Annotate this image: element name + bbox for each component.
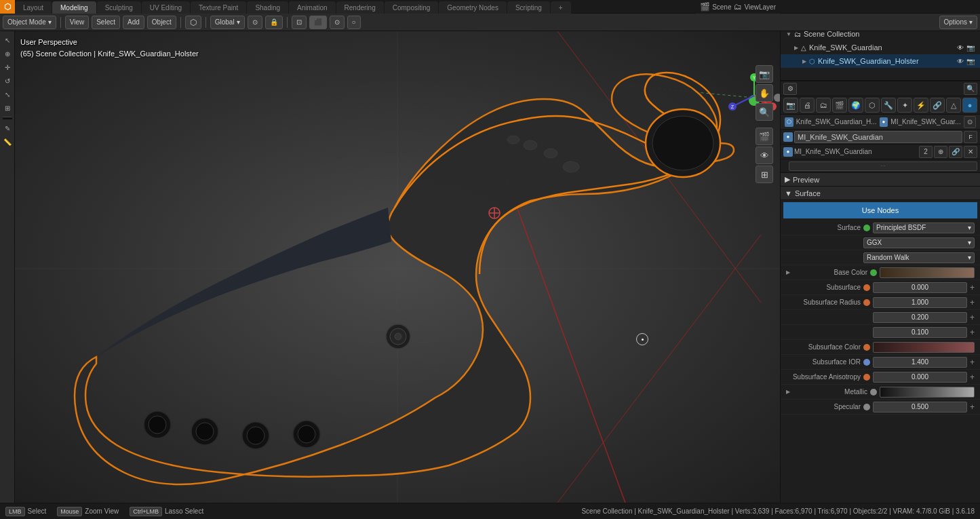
subsurface-radius-val-2[interactable]: 0.200 — [873, 312, 967, 323]
modifier-props-btn[interactable]: 🔧 — [881, 98, 896, 113]
subsurface-color-bar[interactable] — [873, 342, 975, 353]
tab-animation[interactable]: Animation — [289, 1, 335, 14]
viewport-camera-obj[interactable]: 🎬 — [756, 128, 773, 145]
object-menu[interactable]: Object — [147, 16, 176, 29]
subsurface-radius-val-3[interactable]: 0.100 — [873, 327, 967, 338]
particle-props-btn[interactable]: ✦ — [897, 98, 912, 113]
svg-point-16 — [149, 416, 166, 434]
view-layer-selector[interactable]: 🗂 ViewLayer — [734, 2, 776, 12]
svg-point-22 — [298, 425, 315, 443]
rotate-tool[interactable]: ↺ — [1, 75, 14, 87]
wireframe-btn[interactable]: ⊡ — [292, 16, 307, 29]
constraints-props-btn[interactable]: 🔗 — [930, 98, 945, 113]
solid-btn[interactable]: ⬛ — [309, 16, 327, 29]
surface-type-row: Surface Principled BSDF ▾ — [781, 220, 980, 235]
ggx-dropdown[interactable]: GGX ▾ — [863, 237, 975, 248]
preview-section-header[interactable]: ▶ Preview — [781, 173, 980, 187]
surface-section-header[interactable]: ▼ Surface — [781, 187, 980, 200]
tab-scripting[interactable]: Scripting — [507, 1, 550, 14]
outliner-knife-holster[interactable]: ▶ ⬡ Knife_SWK_Guardian_Holster 👁 📷 — [781, 54, 980, 68]
knife-holster-expand[interactable]: ▶ — [802, 58, 806, 64]
scene-selector[interactable]: 🎬 Scene — [700, 2, 731, 12]
tab-add[interactable]: + — [551, 1, 571, 14]
base-color-expand[interactable]: ▶ — [786, 269, 790, 275]
snap-btn[interactable]: 🔒 — [265, 16, 283, 29]
tab-texture-paint[interactable]: Texture Paint — [191, 1, 246, 14]
material-header-btn[interactable]: ⊙ — [964, 116, 976, 128]
blender-logo: ⬡ — [0, 0, 15, 14]
specular-plus: + — [970, 402, 975, 412]
slot-link-btn[interactable]: 🔗 — [949, 146, 962, 158]
knife-guardian-expand[interactable]: ▶ — [794, 45, 798, 51]
material-fake-user-btn[interactable]: F — [964, 131, 977, 143]
random-walk-dropdown[interactable]: Random Walk ▾ — [863, 252, 975, 263]
subsurface-anisotropy-value[interactable]: 0.000 — [873, 372, 967, 383]
subsurface-ior-value[interactable]: 1.400 — [873, 357, 967, 368]
tab-compositing[interactable]: Compositing — [385, 1, 439, 14]
tab-shading[interactable]: Shading — [247, 1, 288, 14]
prop-search-btn[interactable]: 🔍 — [964, 83, 977, 95]
global-dropdown[interactable]: Global ▾ — [210, 16, 245, 29]
surface-dropdown[interactable]: Principled BSDF ▾ — [873, 223, 975, 233]
tab-layout[interactable]: Layout — [15, 1, 52, 14]
tab-sculpting[interactable]: Sculpting — [97, 1, 141, 14]
subsurface-radius-val-1[interactable]: 1.000 — [873, 297, 967, 308]
viewport-array-btn[interactable]: ⊞ — [756, 166, 773, 183]
world-props-btn[interactable]: 🌍 — [848, 98, 863, 113]
select-menu[interactable]: Select — [92, 16, 120, 29]
tab-modeling[interactable]: Modeling — [52, 1, 96, 14]
move-tool[interactable]: ✛ — [1, 61, 14, 73]
object-mode-dropdown[interactable]: Object Mode ▾ — [3, 16, 56, 29]
tab-geometry-nodes[interactable]: Geometry Nodes — [439, 1, 507, 14]
transform-tool[interactable]: ⊞ — [1, 102, 14, 114]
editor-type-btn[interactable]: ⬡ — [185, 16, 201, 29]
prop-editor-icon[interactable]: ⚙ — [783, 83, 797, 95]
view-layer-props-btn[interactable]: 🗂 — [816, 98, 831, 113]
pivot-btn[interactable]: ⊙ — [248, 16, 262, 29]
base-color-bar[interactable] — [880, 267, 975, 278]
data-props-btn[interactable]: △ — [946, 98, 961, 113]
select-tool[interactable]: ↖ — [1, 34, 14, 46]
scene-collection-expand[interactable]: ▼ — [786, 31, 791, 37]
metallic-bar[interactable] — [880, 387, 975, 398]
viewport-area[interactable]: X Y Z User Perspective (65) Scene Collec… — [15, 31, 780, 503]
material-preview-btn[interactable]: ⊙ — [330, 16, 345, 29]
slot-delete-btn[interactable]: ✕ — [964, 146, 977, 158]
lasso-label: Lasso Select — [165, 507, 203, 515]
material-name-field[interactable] — [794, 131, 962, 143]
base-color-label: Base Color — [793, 269, 867, 276]
scale-tool[interactable]: ⤡ — [1, 88, 14, 100]
material-props-btn[interactable]: ● — [962, 98, 977, 113]
viewport-camera-view[interactable]: 📷 — [756, 65, 773, 83]
specular-value[interactable]: 0.500 — [873, 402, 967, 412]
viewport-overlay-toggle[interactable]: 👁 — [756, 147, 773, 164]
view-menu[interactable]: View — [65, 16, 90, 29]
viewport-move-view[interactable]: ✋ — [756, 84, 773, 102]
tab-uv-editing[interactable]: UV Editing — [142, 1, 190, 14]
metallic-expand[interactable]: ▶ — [786, 389, 790, 395]
scene-props-btn[interactable]: 🎬 — [832, 98, 847, 113]
use-nodes-button[interactable]: Use Nodes — [783, 202, 977, 218]
render-props-btn[interactable]: 📷 — [783, 98, 798, 113]
object-props-btn[interactable]: ⬡ — [865, 98, 880, 113]
subsurface-value[interactable]: 0.000 — [873, 282, 967, 293]
eye-icon[interactable]: 👁 — [957, 44, 964, 52]
render-icon[interactable]: 📷 — [966, 44, 975, 52]
options-btn[interactable]: Options ▾ — [939, 16, 977, 29]
tab-rendering[interactable]: Rendering — [336, 1, 384, 14]
output-props-btn[interactable]: 🖨 — [800, 98, 815, 113]
specular-label: Specular — [786, 403, 861, 410]
measure-tool[interactable]: 📏 — [1, 136, 14, 148]
right-panel: 🗂 Outliner ☰ ▼ 🗂 Scene Collection ▶ △ Kn… — [780, 0, 980, 519]
cursor-tool[interactable]: ⊕ — [1, 47, 14, 60]
slot-copy-btn[interactable]: ⊕ — [934, 146, 947, 158]
holster-eye-icon[interactable]: 👁 — [957, 58, 964, 65]
viewport-zoom-view[interactable]: 🔍 — [756, 103, 773, 121]
physics-props-btn[interactable]: ⚡ — [914, 98, 928, 113]
annotate-tool[interactable]: ✎ — [1, 122, 14, 134]
viewlayer-icon: 🗂 — [734, 2, 742, 12]
rendered-btn[interactable]: ○ — [347, 16, 361, 29]
holster-camera-icon[interactable]: 📷 — [966, 58, 975, 65]
add-menu[interactable]: Add — [123, 16, 144, 29]
outliner-knife-guardian[interactable]: ▶ △ Knife_SWK_Guardian 👁 📷 — [781, 41, 980, 54]
